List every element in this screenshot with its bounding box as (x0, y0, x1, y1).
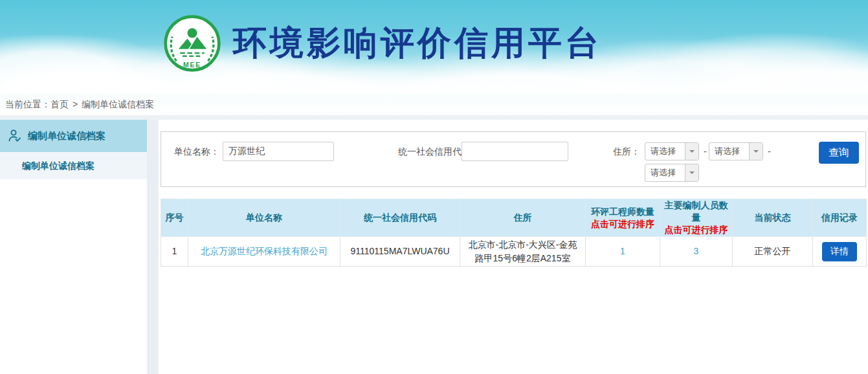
sidebar-item-archive[interactable]: 编制单位诚信档案 (0, 152, 147, 179)
user-check-icon (6, 127, 23, 144)
engineer-count-link[interactable]: 1 (620, 246, 625, 256)
section-divider (0, 115, 868, 120)
svg-text:MEE: MEE (183, 61, 201, 69)
breadcrumb-prefix: 当前位置： (5, 99, 50, 109)
table-header-row: 序号 单位名称 统一社会信用代码 住所 环评工程师数量 点击可进行排序 主要编制… (161, 199, 867, 237)
mee-logo: MEE (162, 13, 223, 74)
cell-address: 北京市-北京市-大兴区-金苑路甲15号6幢2层A215室 (460, 237, 586, 267)
col-header-credit-record: 信用记录 (813, 199, 867, 237)
cell-staff-count: 3 (660, 237, 733, 267)
address-separator: - (704, 142, 707, 161)
address-city-select[interactable]: 请选择 (709, 142, 763, 160)
company-name-label: 单位名称： (174, 142, 219, 161)
sort-hint: 点击可进行排序 (587, 218, 658, 230)
site-banner: MEE 环境影响评价信用平台 (0, 0, 868, 94)
dropdown-arrow-icon (685, 164, 698, 181)
credit-code-input[interactable] (462, 142, 568, 161)
dropdown-arrow-icon (749, 143, 762, 160)
staff-count-link[interactable]: 3 (694, 246, 699, 256)
address-label: 住所： (613, 142, 640, 161)
sidebar-gap (147, 120, 159, 374)
col-header-staff-count-sort[interactable]: 主要编制人员数量 点击可进行排序 (660, 199, 733, 237)
search-panel: 单位名称： 统一社会信用代码： 住所： 请选择 - 请选择 - 请选择 查询 (161, 131, 866, 187)
cell-seq: 1 (161, 237, 188, 267)
breadcrumb-current: 编制单位诚信档案 (82, 99, 154, 109)
breadcrumb: 当前位置：首页>编制单位诚信档案 (0, 94, 868, 115)
cell-company: 北京万源世纪环保科技有限公司 (188, 237, 340, 267)
col-header-company: 单位名称 (188, 199, 340, 237)
col-header-engineer-count-sort[interactable]: 环评工程师数量 点击可进行排序 (586, 199, 660, 237)
address-city-value: 请选择 (709, 143, 749, 160)
cell-engineer-count: 1 (586, 237, 660, 267)
site-title: 环境影响评价信用平台 (233, 21, 602, 66)
address-district-value: 请选择 (645, 164, 685, 181)
table-row: 1 北京万源世纪环保科技有限公司 91110115MA7LWUA76U 北京市-… (161, 237, 867, 267)
query-button[interactable]: 查询 (819, 142, 859, 164)
company-link[interactable]: 北京万源世纪环保科技有限公司 (201, 246, 328, 256)
sidebar: 编制单位诚信档案 编制单位诚信档案 (0, 120, 147, 374)
detail-button[interactable]: 详情 (822, 242, 857, 261)
cell-status: 正常公开 (733, 237, 813, 267)
results-table: 序号 单位名称 统一社会信用代码 住所 环评工程师数量 点击可进行排序 主要编制… (161, 199, 867, 267)
dropdown-arrow-icon (685, 143, 698, 160)
breadcrumb-home-link[interactable]: 首页 (50, 99, 69, 109)
address-district-select[interactable]: 请选择 (645, 164, 699, 182)
address-province-select[interactable]: 请选择 (645, 142, 699, 160)
sort-hint: 点击可进行排序 (662, 224, 731, 236)
breadcrumb-separator: > (72, 99, 78, 109)
cell-credit-record: 详情 (813, 237, 867, 267)
sidebar-item-label: 编制单位诚信档案 (22, 160, 95, 171)
sidebar-section-label: 编制单位诚信档案 (28, 130, 106, 142)
col-header-address: 住所 (460, 199, 586, 237)
company-name-input[interactable] (223, 142, 334, 161)
cell-credit-code: 91110115MA7LWUA76U (340, 237, 460, 267)
col-header-status: 当前状态 (733, 199, 813, 237)
address-separator: - (768, 142, 771, 161)
col-header-credit-code: 统一社会信用代码 (340, 199, 460, 237)
col-header-seq: 序号 (161, 199, 188, 237)
sidebar-section-archive[interactable]: 编制单位诚信档案 (0, 120, 147, 152)
main-content: 单位名称： 统一社会信用代码： 住所： 请选择 - 请选择 - 请选择 查询 (159, 120, 868, 374)
address-province-value: 请选择 (645, 143, 685, 160)
